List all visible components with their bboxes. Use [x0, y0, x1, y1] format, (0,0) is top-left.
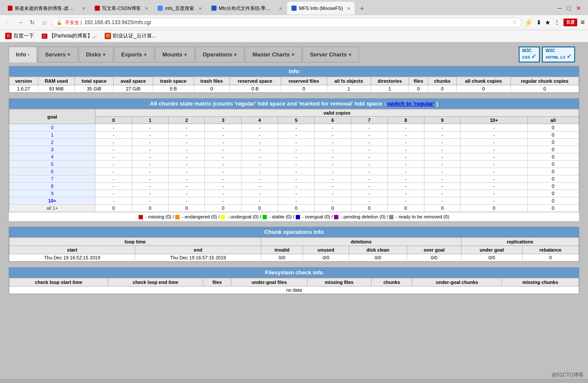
matrix-data-cell: -: [314, 124, 351, 131]
matrix-data-cell: -: [314, 197, 351, 205]
matrix-data-cell: -: [205, 168, 241, 175]
bookmark-baidu[interactable]: 百 百度一下: [3, 31, 36, 40]
address-text: 192.168.45.133:9425/mfs.cgi: [84, 19, 510, 25]
tab-info[interactable]: Info -: [9, 47, 37, 62]
matrix-data-cell: -: [387, 175, 424, 183]
restore-button[interactable]: □: [567, 5, 571, 12]
deletions-header: deletions: [261, 238, 461, 246]
extensions-icon[interactable]: ⚡: [524, 19, 533, 27]
browser-tab-2[interactable]: 写文章-CSDN博客 ×: [90, 2, 152, 15]
matrix-data-cell: -: [424, 153, 461, 161]
matrix-data-cell: 0: [527, 190, 579, 197]
tab-label-5: MFS Info (MooseFS): [299, 6, 343, 11]
bookmark-star[interactable]: ☆: [512, 19, 517, 25]
matrix-data-cell: -: [424, 168, 461, 175]
matrix-data-cell: -: [278, 161, 315, 168]
reload-button[interactable]: ↻: [28, 18, 37, 27]
matrix-data-cell: -: [241, 190, 278, 197]
matrix-data-cell: -: [387, 131, 424, 139]
tab-close-5[interactable]: ×: [347, 5, 351, 12]
tab-master-charts[interactable]: Master Charts +: [245, 47, 302, 62]
matrix-data-cell: -: [424, 146, 461, 153]
tab-close-4[interactable]: ×: [279, 5, 282, 12]
more-icon[interactable]: ⋮: [554, 19, 560, 26]
browser-tab-4[interactable]: Mfs分布式文件系统-季佳良的博... ×: [207, 2, 287, 15]
back-button[interactable]: ←: [3, 18, 13, 27]
matrix-data-cell: -: [205, 146, 241, 153]
info-data-cell: 1: [371, 85, 409, 93]
forward-button[interactable]: →: [15, 18, 25, 27]
info-col-header: regular chunk copies: [511, 77, 579, 85]
tab-close-2[interactable]: ×: [145, 5, 149, 12]
fs-check-col-header: files: [203, 278, 231, 286]
matrix-col-header: all: [527, 117, 579, 124]
matrix-data-cell: -: [205, 161, 241, 168]
matrix-data-cell: -: [461, 161, 527, 168]
info-data-row: 1.6.2793 MiB35 GiB27 GiB0 B00 B0110000: [9, 85, 579, 93]
nav-tabs-bar: Info - Servers + Disks + Exports + Mount…: [9, 47, 579, 62]
matrix-data-cell: -: [205, 190, 241, 197]
info-data-cell: 0 B: [229, 85, 281, 93]
no-data-cell: no data: [9, 286, 579, 294]
menu-button[interactable]: ≡: [581, 19, 585, 26]
bookmark-parhoia[interactable]: C 【Parhoia的博客】...: [40, 31, 99, 40]
tab-mounts[interactable]: Mounts +: [155, 47, 194, 62]
unused-header: unused: [303, 246, 349, 254]
matrix-data-cell: 0: [527, 153, 579, 161]
favorites-star[interactable]: ★: [545, 19, 551, 26]
browser-tab-5[interactable]: MFS Info (MooseFS) ×: [287, 2, 355, 15]
tab-exports[interactable]: Exports +: [114, 47, 155, 62]
matrix-data-cell: -: [314, 190, 351, 197]
matrix-data-cell: -: [168, 124, 205, 131]
matrix-body: 0-----------01-----------02-----------03…: [9, 124, 579, 212]
tab-server-charts[interactable]: Server Charts +: [303, 47, 359, 62]
info-col-header: reserved space: [229, 77, 281, 85]
tab-close-1[interactable]: ×: [82, 5, 85, 12]
download-icon[interactable]: ⬇: [536, 19, 542, 26]
matrix-data-cell: -: [278, 131, 315, 139]
tab-favicon-5: [291, 6, 297, 11]
matrix-data-cell: -: [351, 124, 387, 131]
info-col-header: directories: [371, 77, 409, 85]
matrix-data-cell: -: [387, 183, 424, 190]
legend-item: - endangered (0): [175, 214, 217, 219]
browser-actions: ⚡ ⬇ ★ ⋮ 百度 ≡: [524, 19, 585, 27]
matrix-data-cell: -: [168, 139, 205, 146]
matrix-data-cell: -: [461, 183, 527, 190]
legend-color-box: [389, 215, 393, 219]
end-header: end: [135, 246, 261, 254]
w3c-badges: W3C CSS ✓ W3C XHTML 1.0 ✓: [519, 47, 579, 62]
matrix-data-cell: -: [314, 139, 351, 146]
matrix-data-cell: -: [132, 153, 168, 161]
matrix-link[interactable]: switch to 'regular': [387, 100, 435, 107]
baidu-search-icon[interactable]: 百度: [563, 19, 577, 26]
matrix-data-cell: -: [241, 161, 278, 168]
minimize-button[interactable]: ─: [558, 5, 562, 12]
tab-close-3[interactable]: ×: [198, 5, 202, 12]
matrix-row: 0-----------0: [9, 124, 579, 131]
bookmark-huawei[interactable]: 华 职业认证_云计算...: [103, 31, 158, 40]
matrix-data-cell: 0: [527, 205, 579, 212]
matrix-data-cell: -: [461, 124, 527, 131]
tab-operations[interactable]: Operations +: [195, 47, 244, 62]
info-header-row: versionRAM usedtotal spaceavail spacetra…: [9, 77, 579, 85]
matrix-data-cell: -: [205, 153, 241, 161]
browser-tab-3[interactable]: mfs_百度搜索 ×: [153, 2, 206, 15]
legend-color-box: [139, 215, 143, 219]
browser-tab-1[interactable]: 将逝未逝的青春的博客-虚拟平... ×: [3, 2, 90, 15]
close-button[interactable]: ✕: [576, 5, 581, 12]
matrix-data-cell: -: [205, 139, 241, 146]
matrix-data-cell: -: [241, 153, 278, 161]
matrix-data-cell: -: [278, 139, 315, 146]
address-bar[interactable]: 🔓 不安全 | 192.168.45.133:9425/mfs.cgi ☆: [52, 18, 522, 28]
tab-servers[interactable]: Servers +: [38, 47, 78, 62]
matrix-data-cell: -: [168, 175, 205, 183]
matrix-data-cell: -: [314, 153, 351, 161]
matrix-row: 4-----------0: [9, 153, 579, 161]
fs-check-data-table: check loop start timecheck loop end time…: [9, 278, 579, 294]
home-button[interactable]: ⌂: [40, 18, 49, 27]
new-tab-button[interactable]: +: [356, 3, 368, 15]
bookmarks-bar: 百 百度一下 C 【Parhoia的博客】... 华 职业认证_云计算...: [0, 30, 588, 42]
tab-disks[interactable]: Disks +: [79, 47, 113, 62]
matrix-row-label: 0: [9, 124, 96, 131]
